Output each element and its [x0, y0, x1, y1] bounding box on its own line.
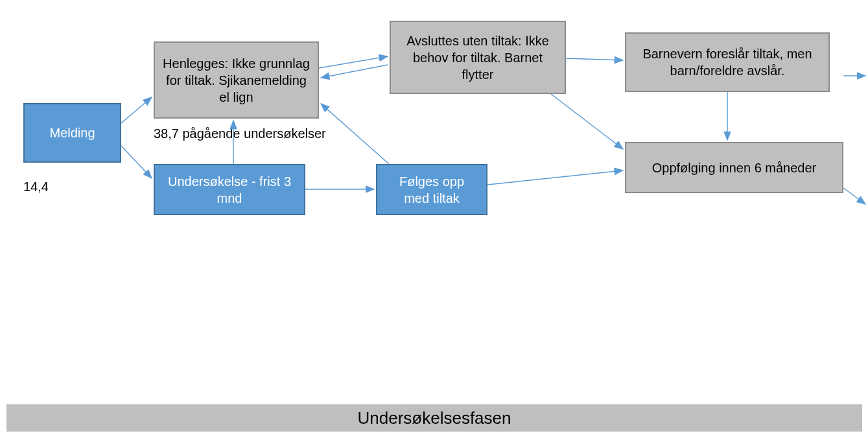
node-oppfolging: Oppfølging innen 6 måneder: [625, 142, 843, 193]
arrow-oppfolging-right: [843, 188, 865, 204]
node-melding: Melding: [23, 103, 121, 163]
label-undersokelser-value: 38,7 pågående undersøkelser: [154, 126, 326, 141]
node-barnevern: Barnevern foreslår tiltak, men barn/fore…: [625, 32, 830, 92]
arrow-avsluttes-barnevern: [566, 58, 623, 60]
label-melding-value: 14,4: [23, 179, 49, 194]
node-melding-text: Melding: [49, 124, 95, 141]
node-barnevern-text: Barnevern foreslår tiltak, men barn/fore…: [634, 45, 821, 79]
node-undersokelse-text: Undersøkelse - frist 3 mnd: [163, 173, 296, 207]
arrow-avsluttes-henlegges: [321, 65, 388, 78]
arrow-avsluttes-oppfolging: [551, 94, 623, 149]
arrow-folges-henlegges: [321, 104, 389, 164]
node-henlegges: Henlegges: Ikke grunnlag for tiltak. Sji…: [154, 41, 319, 119]
node-folges: Følges opp med tiltak: [376, 164, 487, 215]
arrow-henlegges-avsluttes: [319, 56, 388, 68]
footer-text: Undersøkelsesfasen: [358, 408, 511, 428]
node-henlegges-text: Henlegges: Ikke grunnlag for tiltak. Sji…: [163, 55, 310, 106]
node-avsluttes-text: Avsluttes uten tiltak: Ikke behov for ti…: [399, 32, 557, 83]
node-oppfolging-text: Oppfølging innen 6 måneder: [652, 159, 817, 176]
footer-phase: Undersøkelsesfasen: [6, 404, 862, 432]
node-folges-text: Følges opp med tiltak: [385, 173, 478, 207]
arrow-folges-oppfolging: [487, 170, 623, 185]
node-undersokelse: Undersøkelse - frist 3 mnd: [154, 164, 305, 215]
arrow-melding-undersokelse: [121, 146, 152, 178]
arrow-melding-henlegges: [121, 97, 152, 123]
node-avsluttes: Avsluttes uten tiltak: Ikke behov for ti…: [390, 21, 566, 94]
